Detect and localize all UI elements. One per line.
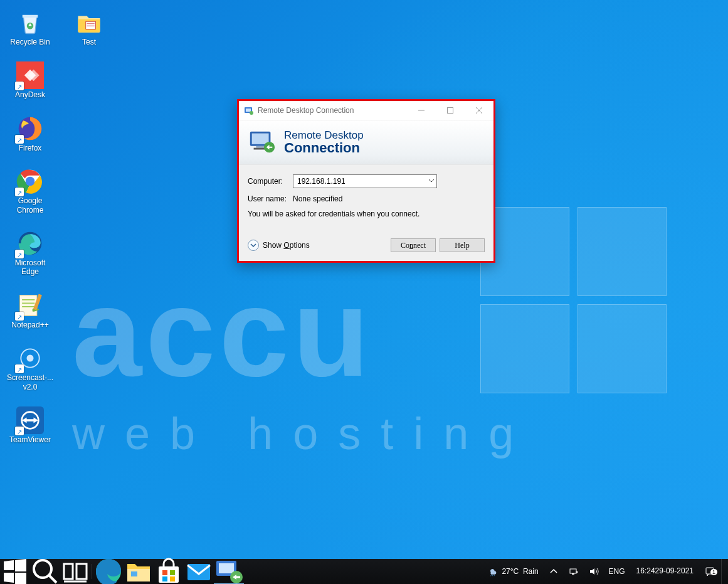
taskbar-mail[interactable] [184,559,214,584]
firefox-icon [16,115,44,142]
svg-rect-21 [256,146,264,148]
desktop-icons: Recycle Bin Test AnyDesk Firefox [6,9,113,444]
desktop-icon-label: Firefox [19,144,42,152]
svg-rect-20 [252,134,269,144]
weather-temp: 27°C [502,567,519,576]
desktop-icon-chrome[interactable]: Google Chrome [6,167,54,215]
svg-rect-8 [20,295,38,316]
connect-button[interactable]: Connect [391,238,436,252]
teamviewer-icon [16,406,44,434]
rdc-icon [214,556,244,584]
taskbar[interactable]: 27°C Rain ENG 16:24 29-09-2021 1 [0,559,728,584]
svg-rect-28 [127,569,150,581]
tray-overflow[interactable] [545,559,562,584]
svg-rect-25 [64,564,73,579]
desktop-icon-label: Recycle Bin [10,38,50,46]
volume-icon [589,566,599,576]
desktop-icon-label: AnyDesk [15,90,45,99]
store-icon [154,556,184,584]
watermark: a c c u web hosting [72,270,534,459]
desktop-icon-label: Google Chrome [17,196,44,215]
taskbar-edge[interactable] [93,559,124,584]
tray-network[interactable] [565,559,583,584]
anydesk-icon [16,61,44,89]
desktop-icon-label: Notepad++ [11,321,48,329]
remote-desktop-connection-window[interactable]: Remote Desktop Connection Remote Desktop [239,101,493,261]
edge-icon [93,556,124,584]
computer-input[interactable] [293,174,437,188]
desktop-icon-anydesk[interactable]: AnyDesk [6,61,54,99]
weather-widget[interactable]: 27°C Rain [484,559,542,584]
chevron-down-icon[interactable] [428,177,435,186]
svg-rect-26 [76,564,87,579]
tray-language[interactable]: ENG [605,559,629,584]
desktop[interactable]: a c c u web hosting Recycle Bin Test [0,0,728,559]
rdc-banner: Remote Desktop Connection [239,120,493,165]
notepadpp-icon [16,292,44,319]
window-title: Remote Desktop Connection [258,106,354,115]
svg-rect-16 [246,109,251,112]
tray-clock[interactable]: 16:24 29-09-2021 [631,559,699,584]
search-button[interactable] [30,559,60,584]
close-button[interactable] [465,101,493,120]
screencast-icon [16,344,44,372]
desktop-icon-label: Screencast-... v2.0 [7,373,53,391]
start-button[interactable] [0,559,30,584]
desktop-icon-label: Microsoft Edge [15,258,46,277]
computer-label: Computer: [248,177,293,186]
taskbar-store[interactable] [154,559,184,584]
desktop-icon-label: TeamViewer [9,435,51,444]
taskbar-rdc[interactable] [214,558,244,584]
desktop-icon-screencast[interactable]: Screencast-... v2.0 [6,344,54,391]
username-label: User name: [248,194,293,203]
maximize-button[interactable] [436,101,465,120]
desktop-icon-firefox[interactable]: Firefox [6,115,54,152]
windows-start-icon [0,556,30,584]
rdc-footer: Show Options Connect Help [239,235,493,261]
minimize-button[interactable] [407,101,436,120]
svg-point-11 [27,355,34,362]
svg-point-24 [34,560,51,578]
tray-volume[interactable] [585,559,603,584]
svg-rect-36 [572,573,574,575]
show-desktop-button[interactable] [721,559,725,584]
window-titlebar[interactable]: Remote Desktop Connection [239,101,493,120]
mail-icon [184,556,214,584]
rdc-banner-icon [248,128,277,157]
clock-time: 16:24 [636,567,655,576]
network-icon [569,566,579,576]
svg-rect-31 [187,564,210,580]
banner-line2: Connection [284,141,364,155]
task-view-button[interactable] [60,559,90,584]
show-options-toggle[interactable]: Show Options [248,240,310,251]
desktop-icon-edge[interactable]: Microsoft Edge [6,230,54,277]
help-button[interactable]: Help [440,238,485,252]
desktop-icon-test-folder[interactable]: Test [65,9,113,46]
svg-rect-1 [86,21,96,29]
weather-cond: Rain [523,567,539,576]
svg-rect-33 [219,563,234,573]
svg-rect-30 [159,566,179,583]
edge-icon [16,230,44,257]
desktop-icon-teamviewer[interactable]: TeamViewer [6,406,54,444]
svg-rect-29 [131,571,137,576]
chevron-up-icon [549,566,559,576]
windows-logo-wallpaper [480,207,668,395]
banner-line1: Remote Desktop [284,130,364,141]
chrome-icon [16,167,44,195]
clock-date: 29-09-2021 [655,567,694,576]
tray-notifications[interactable]: 1 [701,559,719,584]
svg-point-17 [250,111,253,115]
svg-rect-35 [570,569,576,573]
expand-down-icon [248,240,259,251]
recycle-bin-icon [16,9,44,36]
search-icon [30,556,60,584]
computer-combobox[interactable] [293,174,437,188]
desktop-icon-notepadpp[interactable]: Notepad++ [6,292,54,329]
rdc-titlebar-icon [244,105,254,115]
desktop-icon-recycle-bin[interactable]: Recycle Bin [6,9,54,46]
taskbar-file-explorer[interactable] [124,559,154,584]
svg-rect-18 [448,108,453,114]
weather-rain-icon [488,566,498,576]
folder-icon [75,9,103,36]
